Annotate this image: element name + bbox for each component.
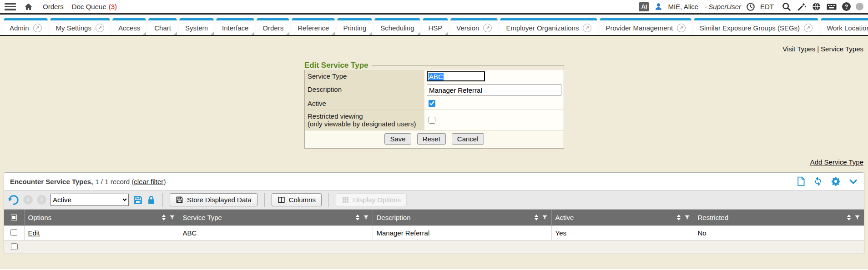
record-filter-select[interactable]: Active — [50, 194, 129, 206]
tab-work-locations[interactable]: Work Locations↗ — [821, 18, 868, 35]
column-header-restricted[interactable]: Restricted — [694, 210, 864, 225]
column-header-options[interactable]: Options — [24, 210, 179, 225]
display-options-button: Display Options — [336, 193, 407, 206]
tab-printing[interactable]: Printing — [337, 18, 372, 35]
add-service-type-link[interactable]: Add Service Type — [810, 158, 863, 166]
toolbar-divider — [328, 193, 329, 207]
tab-hsp[interactable]: HSP — [423, 18, 449, 35]
search-icon[interactable] — [782, 2, 792, 12]
sort-icon[interactable] — [847, 215, 851, 220]
tab-interface[interactable]: Interface — [216, 18, 254, 35]
tab-admin[interactable]: Admin↗ — [4, 18, 48, 35]
external-link-icon: ↗ — [33, 24, 42, 32]
store-displayed-data-button[interactable]: Store Displayed Data — [170, 193, 257, 206]
table-toolbar: ‹ › Active Store Displayed Data Columns — [4, 190, 864, 210]
tab-access[interactable]: Access — [112, 18, 146, 35]
cell-description: Manager Referral — [373, 225, 551, 240]
globe-icon[interactable] — [812, 2, 821, 11]
external-link-icon: ↗ — [96, 24, 104, 32]
selected-text: ABC — [429, 73, 444, 80]
wand-icon[interactable] — [797, 2, 807, 12]
keyboard-icon[interactable] — [826, 2, 837, 11]
home-icon[interactable] — [24, 2, 33, 11]
tab-similar-exposure-groups[interactable]: Similar Exposure Groups (SEGs)↗ — [694, 18, 818, 35]
column-header-description[interactable]: Description — [373, 210, 551, 225]
save-button[interactable]: Save — [384, 133, 411, 145]
tab-chart[interactable]: Chart — [148, 18, 177, 35]
status-circle-icon — [856, 3, 863, 10]
prev-page-icon[interactable]: ‹ — [23, 195, 33, 205]
tab-scheduling[interactable]: Scheduling — [374, 18, 420, 35]
orders-link[interactable]: Orders — [43, 3, 64, 10]
next-page-icon[interactable]: › — [37, 195, 46, 205]
filter-funnel-icon[interactable] — [169, 215, 175, 220]
external-link-icon: ↗ — [483, 24, 492, 32]
description-label: Description — [305, 83, 424, 97]
new-document-icon[interactable] — [797, 176, 805, 186]
row-checkbox[interactable] — [10, 229, 17, 236]
tab-my-settings[interactable]: My Settings↗ — [50, 18, 110, 35]
external-link-icon: ↗ — [677, 24, 686, 32]
sort-icon[interactable] — [535, 215, 538, 220]
panel-title: Encounter Service Types, — [10, 178, 93, 185]
table-row: Edit ABC Manager Referral Yes No — [4, 225, 864, 240]
active-checkbox[interactable] — [429, 100, 435, 107]
lock-icon[interactable] — [147, 195, 156, 205]
timezone-label: EDT — [760, 3, 774, 10]
columns-button[interactable]: Columns — [272, 193, 322, 206]
clear-filter-link[interactable]: clear filter — [134, 178, 163, 185]
sort-icon[interactable] — [356, 215, 359, 220]
external-link-icon: ↗ — [583, 24, 591, 32]
tab-orders[interactable]: Orders — [257, 18, 289, 35]
restricted-viewing-label: Restricted viewing (only viewable by des… — [305, 110, 424, 130]
encounter-service-types-table: Options Service Type Description — [4, 210, 864, 254]
select-all-header[interactable] — [4, 210, 24, 225]
hamburger-menu-icon[interactable] — [5, 3, 16, 10]
tab-version[interactable]: Version↗ — [450, 18, 498, 35]
toolbar-divider — [162, 193, 163, 207]
doc-queue-link[interactable]: Doc Queue — [72, 3, 106, 10]
tab-reference[interactable]: Reference — [292, 18, 335, 35]
footer-checkbox[interactable] — [11, 243, 18, 250]
save-view-icon[interactable] — [133, 195, 143, 205]
tab-system[interactable]: System — [179, 18, 214, 35]
description-input[interactable] — [427, 85, 561, 95]
edit-row-link[interactable]: Edit — [28, 229, 40, 237]
reset-button[interactable]: Reset — [417, 133, 446, 145]
form-legend: Edit Service Type — [304, 61, 372, 70]
collapse-chevron-icon[interactable] — [848, 177, 858, 186]
floppy-icon — [176, 196, 183, 204]
service-type-label: Service Type — [305, 70, 424, 83]
gear-icon[interactable] — [831, 176, 841, 186]
column-header-active[interactable]: Active — [551, 210, 694, 225]
column-header-service-type[interactable]: Service Type — [179, 210, 373, 225]
user-name[interactable]: MIE, Alice — [668, 3, 698, 10]
sort-icon[interactable] — [677, 215, 681, 220]
restricted-viewing-checkbox[interactable] — [429, 117, 435, 124]
cancel-button[interactable]: Cancel — [452, 133, 484, 145]
service-types-link[interactable]: Service Types — [821, 45, 863, 53]
tab-employer-organizations[interactable]: Employer Organizations↗ — [500, 18, 597, 35]
grid-icon — [342, 196, 349, 204]
service-type-input[interactable]: ABC — [427, 71, 485, 81]
undo-icon[interactable] — [8, 195, 19, 205]
filter-funnel-icon[interactable] — [363, 215, 369, 220]
tab-provider-management[interactable]: Provider Management↗ — [600, 18, 691, 35]
filter-funnel-icon[interactable] — [542, 215, 548, 220]
user-icon — [654, 2, 663, 11]
ai-button[interactable]: AI — [639, 2, 649, 11]
sort-icon[interactable] — [162, 215, 166, 220]
edit-service-type-form: Edit Service Type Service Type ABC Descr… — [304, 61, 564, 149]
quick-links: Visit Types|Service Types — [782, 45, 863, 53]
filter-funnel-icon[interactable] — [854, 215, 860, 220]
refresh-icon[interactable] — [813, 176, 823, 186]
visit-types-link[interactable]: Visit Types — [782, 45, 815, 53]
cell-active: Yes — [551, 225, 694, 240]
page-content: Visit Types|Service Types Edit Service T… — [0, 36, 868, 269]
select-all-checkbox-icon[interactable] — [11, 215, 17, 220]
cell-service-type: ABC — [179, 225, 373, 240]
filter-funnel-icon[interactable] — [684, 215, 690, 220]
top-bar: Orders Doc Queue (3) AI MIE, Alice - Sup… — [0, 0, 868, 13]
clock-icon[interactable] — [746, 2, 755, 11]
help-icon[interactable]: ? — [842, 2, 851, 11]
